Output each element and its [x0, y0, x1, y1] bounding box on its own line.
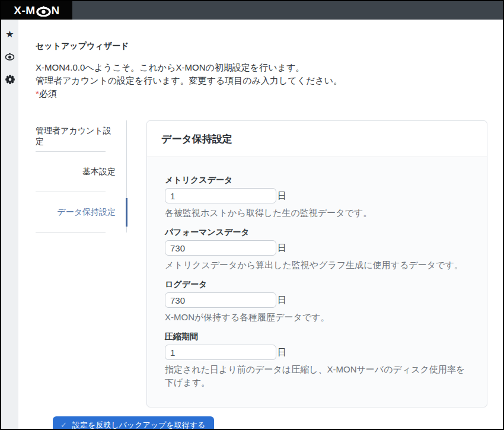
- topbar: X-M N: [1, 1, 503, 20]
- logo-eye-icon: [36, 6, 51, 17]
- star-icon[interactable]: ★: [5, 29, 15, 39]
- intro-line-2: 管理者アカウントの設定を行います。変更する項目のみ入力してください。: [36, 74, 487, 87]
- xmon-logo[interactable]: X-M N: [1, 1, 72, 20]
- eye-icon[interactable]: [5, 52, 15, 62]
- apply-backup-button-label: 設定を反映しバックアップを取得する: [72, 420, 205, 430]
- performance-data-input[interactable]: [165, 240, 276, 256]
- log-data-input[interactable]: [165, 292, 276, 308]
- check-icon: ✓: [60, 421, 67, 429]
- input-row: 日: [165, 345, 469, 360]
- setup-wizard-page: X-M N ★: [0, 0, 504, 430]
- main-content: セットアップウィザード X-MON4.0.0へようこそ。これからX-MONの初期…: [18, 20, 503, 429]
- input-row: 日: [165, 292, 469, 308]
- intro-line-1: X-MON4.0.0へようこそ。これからX-MONの初期設定を行います。: [36, 61, 487, 74]
- unit-label: 日: [277, 295, 286, 306]
- field-label: パフォーマンスデータ: [165, 227, 469, 237]
- compression-period-input[interactable]: [165, 345, 276, 360]
- field-metrics-data: メトリクスデータ 日 各被監視ホストから取得した生の監視データです。: [165, 175, 469, 219]
- required-note: *必須: [36, 87, 487, 100]
- field-label: 圧縮期間: [165, 332, 469, 342]
- logo-text-suffix: N: [52, 5, 60, 16]
- field-compression-period: 圧縮期間 日 指定された日より前のデータは圧縮し、X-MONサーバのディスク使用…: [165, 332, 469, 389]
- data-retention-panel: データ保持設定 メトリクスデータ 日 各被監視ホストから取得した生の監視データで…: [146, 120, 487, 407]
- unit-label: 日: [277, 347, 286, 358]
- wizard-step-nav: 管理者アカウント設定 基本設定 データ保持設定: [36, 120, 127, 232]
- nav-link-admin-account[interactable]: 管理者アカウント設定: [36, 122, 127, 151]
- panel-header: データ保持設定: [147, 121, 487, 157]
- panel-body: メトリクスデータ 日 各被監視ホストから取得した生の監視データです。 パフォーマ…: [147, 157, 487, 407]
- logo-text-prefix: X-M: [14, 5, 35, 16]
- icon-sidebar: ★: [1, 20, 18, 429]
- apply-backup-button[interactable]: ✓ 設定を反映しバックアップを取得する: [53, 416, 214, 430]
- nav-item-admin-account: 管理者アカウント設定: [36, 120, 126, 152]
- required-label: 必須: [39, 88, 57, 98]
- field-help: 各被監視ホストから取得した生の監視データです。: [165, 206, 469, 219]
- unit-label: 日: [277, 190, 286, 202]
- input-row: 日: [165, 188, 469, 203]
- nav-item-data-retention: データ保持設定: [36, 192, 126, 232]
- field-log-data: ログデータ 日 X-MONが保持する各種履歴データです。: [165, 279, 469, 324]
- wizard-section: 管理者アカウント設定 基本設定 データ保持設定 データ保持設定: [36, 120, 487, 407]
- input-row: 日: [165, 240, 469, 256]
- unit-label: 日: [277, 243, 286, 254]
- nav-item-basic-settings: 基本設定: [36, 152, 126, 192]
- field-label: メトリクスデータ: [165, 175, 469, 185]
- nav-link-basic-settings[interactable]: 基本設定: [82, 158, 127, 186]
- field-help: メトリクスデータから算出した監視やグラフ生成に使用するデータです。: [165, 259, 469, 272]
- page-title: セットアップウィザード: [36, 41, 487, 52]
- metrics-data-input[interactable]: [165, 188, 276, 203]
- field-label: ログデータ: [165, 279, 469, 289]
- intro-text: X-MON4.0.0へようこそ。これからX-MONの初期設定を行います。 管理者…: [36, 61, 487, 100]
- panel-title: データ保持設定: [161, 132, 232, 146]
- app-body: ★: [1, 20, 503, 429]
- gear-icon[interactable]: [5, 74, 15, 84]
- field-help: 指定された日より前のデータは圧縮し、X-MONサーバのディスク使用率を下げます。: [165, 363, 469, 389]
- field-performance-data: パフォーマンスデータ 日 メトリクスデータから算出した監視やグラフ生成に使用する…: [165, 227, 469, 272]
- nav-divider: [36, 232, 106, 232]
- field-help: X-MONが保持する各種履歴データです。: [165, 311, 469, 324]
- nav-link-data-retention[interactable]: データ保持設定: [57, 198, 127, 227]
